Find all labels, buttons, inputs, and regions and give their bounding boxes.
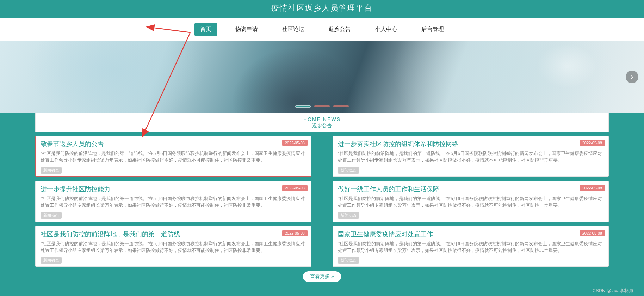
news-desc: “社区是我们防控的前沿阵地，是我们的第一道防线。”在5月6日国务院联防联控机制举… <box>338 241 603 254</box>
carousel-indicator[interactable] <box>295 105 311 108</box>
page-title: 疫情社区返乡人员管理平台 <box>0 0 644 18</box>
news-card[interactable]: 致春节返乡人员的公告2022-05-08“社区是我们防控的前沿阵地，是我们的第一… <box>35 136 311 177</box>
news-title: 进一步夯实社区防控的组织体系和防控网络 <box>338 140 603 148</box>
news-title: 致春节返乡人员的公告 <box>41 140 306 148</box>
nav-item-4[interactable]: 个人中心 <box>369 23 403 36</box>
nav-item-3[interactable]: 返乡公告 <box>323 23 357 36</box>
watermark: CSDN @java李杨勇 <box>593 288 634 294</box>
section-header: HOME NEWS 返乡公告 <box>35 113 609 132</box>
news-tag: 新闻动态 <box>338 167 359 174</box>
news-date-badge: 2022-05-08 <box>580 230 605 236</box>
news-desc: “社区是我们防控的前沿阵地，是我们的第一道防线。”在5月6日国务院联防联控机制举… <box>41 150 306 164</box>
nav-item-1[interactable]: 物资申请 <box>230 23 264 36</box>
news-card[interactable]: 做好一线工作人员的工作和生活保障2022-05-08“社区是我们防控的前沿阵地，… <box>333 181 609 222</box>
section-title-cn: 返乡公告 <box>36 123 608 129</box>
news-tag: 新闻动态 <box>338 212 359 219</box>
news-desc: “社区是我们防控的前沿阵地，是我们的第一道防线。”在5月6日国务院联防联控机制举… <box>338 195 603 209</box>
news-card[interactable]: 进一步夯实社区防控的组织体系和防控网络2022-05-08“社区是我们防控的前沿… <box>333 136 609 177</box>
news-tag: 新闻动态 <box>41 212 62 219</box>
carousel-next-button[interactable]: › <box>626 71 638 83</box>
news-title: 国家卫生健康委疫情应对处置工作 <box>338 230 603 238</box>
news-date-badge: 2022-05-08 <box>282 140 308 146</box>
section-title-en: HOME NEWS <box>36 116 608 122</box>
news-tag: 新闻动态 <box>41 257 62 264</box>
content-area: HOME NEWS 返乡公告 致春节返乡人员的公告2022-05-08“社区是我… <box>0 113 644 287</box>
news-card[interactable]: 进一步提升社区防控能力2022-05-08“社区是我们防控的前沿阵地，是我们的第… <box>35 181 311 222</box>
news-title: 做好一线工作人员的工作和生活保障 <box>338 185 603 193</box>
nav-item-5[interactable]: 后台管理 <box>416 23 450 36</box>
news-desc: “社区是我们防控的前沿阵地，是我们的第一道防线。”在5月6日国务院联防联控机制举… <box>41 195 306 209</box>
news-tag: 新闻动态 <box>338 257 359 264</box>
news-date-badge: 2022-05-08 <box>282 230 308 236</box>
carousel-indicator[interactable] <box>333 105 349 107</box>
news-grid: 致春节返乡人员的公告2022-05-08“社区是我们防控的前沿阵地，是我们的第一… <box>35 136 609 267</box>
news-date-badge: 2022-05-08 <box>282 185 308 191</box>
hero-carousel: › <box>0 41 644 113</box>
news-title: 社区是我们防控的前沿阵地，是我们的第一道防线 <box>41 230 306 238</box>
view-more-button[interactable]: 查看更多 » <box>303 271 341 282</box>
news-tag: 新闻动态 <box>41 167 62 174</box>
chevron-right-icon: › <box>631 72 633 81</box>
nav-item-2[interactable]: 社区论坛 <box>276 23 310 36</box>
carousel-indicator[interactable] <box>314 105 330 107</box>
news-date-badge: 2022-05-08 <box>580 185 605 191</box>
news-card[interactable]: 国家卫生健康委疫情应对处置工作2022-05-08“社区是我们防控的前沿阵地，是… <box>333 226 609 267</box>
news-date-badge: 2022-05-08 <box>580 140 605 146</box>
news-desc: “社区是我们防控的前沿阵地，是我们的第一道防线。”在5月6日国务院联防联控机制举… <box>338 150 603 164</box>
news-title: 进一步提升社区防控能力 <box>41 185 306 193</box>
news-card[interactable]: 社区是我们防控的前沿阵地，是我们的第一道防线2022-05-08“社区是我们防控… <box>35 226 311 267</box>
carousel-indicators <box>295 105 349 108</box>
main-nav: 首页物资申请社区论坛返乡公告个人中心后台管理 <box>0 18 644 41</box>
nav-item-0[interactable]: 首页 <box>194 23 217 36</box>
news-desc: “社区是我们防控的前沿阵地，是我们的第一道防线。”在5月6日国务院联防联控机制举… <box>41 241 306 254</box>
